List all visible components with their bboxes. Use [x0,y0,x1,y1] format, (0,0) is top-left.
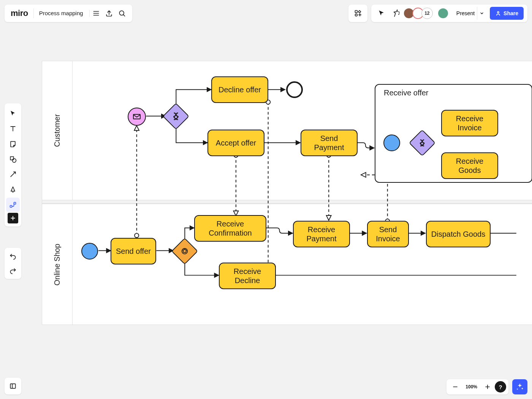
share-button[interactable]: Share [490,7,524,20]
task-send-payment[interactable]: Send Payment [301,130,358,156]
present-label: Present [456,10,475,16]
zoom-level[interactable]: 100% [462,384,480,390]
svg-marker-29 [183,249,186,253]
search-icon[interactable] [116,7,128,20]
task-receive-goods[interactable]: Receive Goods [441,152,498,179]
start-event[interactable] [383,135,400,151]
lane-label: Customer [53,114,62,147]
board-title[interactable]: Process mapping [34,10,90,17]
frames-panel-toggle[interactable] [5,378,21,394]
share-label: Share [504,10,518,16]
task-accept-offer[interactable]: Accept offer [207,130,264,156]
redo-button[interactable] [6,265,20,276]
apps-icon[interactable] [352,7,364,20]
end-event[interactable] [286,81,303,98]
pen-tool[interactable] [6,182,20,197]
chevron-down-icon[interactable] [477,7,486,20]
start-event[interactable] [81,243,98,260]
svg-point-7 [355,14,357,16]
line-tool[interactable] [6,167,20,182]
gateway-exclusive[interactable] [166,107,185,126]
svg-line-15 [11,172,15,177]
menu-icon[interactable] [90,7,103,20]
topbar: miro Process mapping [5,5,527,22]
gateway-inclusive[interactable] [175,242,194,261]
zoom-out-button[interactable] [449,380,462,393]
svg-line-5 [123,14,125,16]
cursor-mode-icon[interactable] [375,7,388,20]
task-dispatch-goods[interactable]: Dispatch Goods [426,221,491,247]
message-start-event[interactable] [128,108,146,126]
task-send-invoice[interactable]: Send Invoice [367,221,409,247]
svg-point-10 [497,11,499,13]
task-decline-offer[interactable]: Decline offer [211,76,268,103]
bottom-right-controls: 100% ? [446,379,527,394]
task-send-offer[interactable]: Send offer [111,238,156,264]
task-receive-invoice[interactable]: Receive Invoice [441,110,498,136]
zoom-in-button[interactable] [481,380,494,393]
present-button[interactable]: Present [451,7,488,20]
task-receive-payment[interactable]: Receive Payment [293,221,350,247]
connector-tool[interactable] [6,198,20,212]
undo-button[interactable] [6,251,20,261]
tools-panel [5,103,21,226]
app-logo[interactable]: miro [8,8,34,18]
canvas[interactable]: Customer Online Shop [42,61,532,325]
export-icon[interactable] [103,7,116,20]
collaborator-avatars[interactable]: 12 [405,8,433,19]
lane-divider [42,200,532,204]
undo-redo-panel [5,248,21,279]
reactions-icon[interactable] [390,7,403,20]
task-receive-decline[interactable]: Receive Decline [219,263,276,289]
task-receive-confirmation[interactable]: Receive Confirmation [194,215,266,242]
ai-assist-button[interactable] [512,379,527,394]
svg-rect-6 [355,11,357,13]
text-tool[interactable] [6,122,20,136]
subprocess-label: Receive offer [384,89,428,97]
current-user-avatar[interactable] [437,8,449,19]
gateway-parallel[interactable] [413,133,432,152]
help-button[interactable]: ? [495,381,506,393]
lane-label: Online Shop [53,244,62,285]
add-tool[interactable] [8,213,18,223]
shape-tool[interactable] [6,152,20,166]
svg-point-14 [12,158,16,162]
avatar-overflow-count[interactable]: 12 [421,8,433,19]
svg-rect-13 [10,157,13,160]
select-tool[interactable] [6,106,20,121]
sticky-note-tool[interactable] [6,137,20,151]
svg-rect-21 [10,384,15,388]
